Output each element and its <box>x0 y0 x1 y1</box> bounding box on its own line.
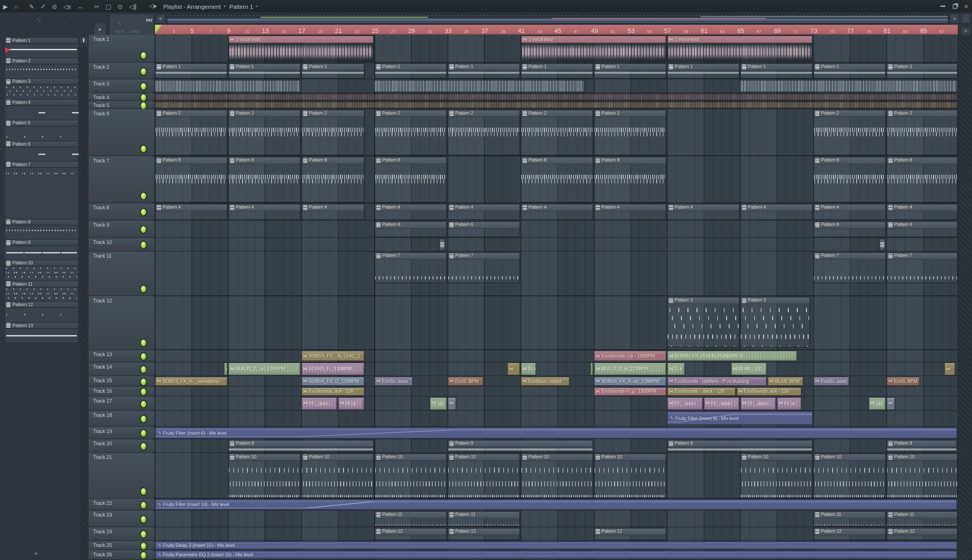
pattern-clip-header[interactable]: Pattern 7 <box>375 252 447 259</box>
pattern-clip-header[interactable]: Pattern 2 <box>302 110 364 117</box>
pattern-clip-header[interactable]: Pattern 1 <box>595 63 666 70</box>
audio-clip[interactable]: ⋈ <box>944 362 955 375</box>
pattern-clip[interactable]: Pattern 8 <box>228 157 301 202</box>
pattern-clip[interactable]: Pattern 1 <box>887 63 958 78</box>
track-header[interactable]: Track 4 <box>89 93 154 100</box>
pattern-clip[interactable]: Pattern 2 <box>301 109 365 155</box>
pattern-clip-header[interactable]: Pattern 4 <box>741 204 812 211</box>
track-enable-led[interactable] <box>141 146 146 152</box>
pattern-clip[interactable]: Pattern 4 <box>228 203 301 220</box>
pattern-clip-header[interactable]: Pattern 4 <box>595 204 666 211</box>
pattern-clip[interactable]: Pattern 10 <box>521 453 593 498</box>
pattern-clip[interactable]: Pattern 12 <box>887 527 958 540</box>
playlist-lane[interactable]: Pattern 10Pattern 10Pattern 10Pattern 10… <box>155 453 958 499</box>
pattern-clip[interactable]: Pattern 9 <box>667 440 813 452</box>
pattern-clip[interactable]: Pattern 1 <box>374 63 447 78</box>
pattern-clip[interactable]: Pattern 10 <box>301 453 374 498</box>
track-enable-led[interactable] <box>141 443 146 450</box>
pattern-preview[interactable] <box>4 85 79 99</box>
audio-clip[interactable]: ⋈S..s <box>521 362 536 375</box>
track-header[interactable]: Track 23... <box>89 510 154 527</box>
pattern-clip[interactable]: Pattern 1 <box>228 63 301 78</box>
pattern-clip[interactable]: Pattern 10 <box>887 453 958 498</box>
pattern-clip-header[interactable]: Pattern 8 <box>595 157 666 164</box>
playlist-lane[interactable]: Pattern 1Pattern 1Pattern 1Pattern 1Patt… <box>155 62 958 79</box>
pattern-clip-header[interactable]: Pattern 1 <box>448 63 520 70</box>
audio-stripes-clip[interactable] <box>374 80 584 92</box>
mute-icon[interactable]: ◁x <box>64 3 71 10</box>
pattern-clip-header[interactable]: Pattern 2 <box>448 110 520 117</box>
draw-icon[interactable]: ✎ <box>29 3 34 10</box>
playlist-lane[interactable]: Pattern 2Pattern 2Pattern 2Pattern 2Patt… <box>155 109 958 156</box>
pattern-preview[interactable] <box>4 65 79 78</box>
minimize-button[interactable] <box>940 6 945 7</box>
audio-clip[interactable]: ⋈ <box>887 397 895 410</box>
pattern-item-header[interactable]: Pattern 1 <box>4 37 79 44</box>
pattern-clip-header[interactable]: Pattern 6 <box>814 222 885 228</box>
audio-clip-header[interactable]: ⋈1 Vocal lead <box>668 36 812 43</box>
pattern-clip-header[interactable]: Pattern 4 <box>156 204 227 211</box>
pattern-clip[interactable]: Pattern 2 <box>155 109 228 155</box>
audio-clip[interactable]: ⋈EvoSounds..Up - 130BPM <box>594 351 666 361</box>
pattern-clip[interactable]: Pattern 6 <box>448 221 520 237</box>
pattern-clip[interactable]: Pattern 1 <box>448 63 520 78</box>
pattern-clip-header[interactable]: Pattern 11 <box>375 512 447 518</box>
minimap-options-button[interactable]: · <box>961 13 971 23</box>
playlist-lane[interactable]: Pattern 4Pattern 4Pattern 4Pattern 4Patt… <box>155 203 958 221</box>
pattern-clip-header[interactable]: Pattern 2 <box>887 110 957 117</box>
pattern-preview[interactable] <box>4 168 79 218</box>
pattern-clip[interactable]: Pattern 11 <box>887 511 958 527</box>
track-header[interactable]: Track 9... <box>89 221 154 237</box>
audio-clip-header[interactable]: ⋈1 Vocal lead <box>229 36 373 43</box>
track-header[interactable]: Track 16 <box>89 387 154 396</box>
pattern-clip[interactable]: Pattern 9 <box>228 440 374 452</box>
audio-stripes-clip[interactable] <box>740 80 957 92</box>
pattern-clip-header[interactable]: Pattern 1 <box>741 63 812 70</box>
pattern-item-header[interactable]: Pattern 4 <box>4 99 79 106</box>
track-header[interactable]: Track 22 <box>89 499 154 510</box>
pattern-clip[interactable]: Pattern 2 <box>521 109 593 155</box>
pattern-clip-header[interactable]: Pattern 1 <box>521 63 592 70</box>
playlist-lane[interactable]: ∿Fruity Filter (Insert 9) - Mix level <box>155 411 958 427</box>
pattern-clip-header[interactable]: Pattern 4 <box>887 204 957 211</box>
playback-icon[interactable]: ◁∥ <box>129 3 137 10</box>
pattern-clip[interactable]: Pattern 1 <box>301 63 365 78</box>
pattern-preview[interactable] <box>4 287 79 301</box>
audio-stripes-clip[interactable] <box>155 80 301 92</box>
pattern-clip[interactable]: Pattern 10 <box>374 453 447 498</box>
pattern-clip-header[interactable]: Pattern 2 <box>521 110 592 117</box>
audio-clip[interactable]: ⋈S..s <box>667 362 685 375</box>
pattern-clip[interactable]: Pattern 7 <box>813 252 886 283</box>
pattern-clip-header[interactable]: Pattern 3 <box>741 297 809 304</box>
zoom-icon[interactable]: ⊙ <box>118 3 123 10</box>
automation-clip[interactable]: ∿Fruity Filter (Insert 6) - Mix level <box>155 427 957 438</box>
track-enable-led[interactable] <box>141 193 146 199</box>
vertical-scrollbar[interactable] <box>958 35 972 560</box>
pattern-clip-header[interactable]: Pattern 12 <box>448 528 520 535</box>
track-header[interactable]: Track 12 <box>89 296 154 350</box>
track-enable-led[interactable] <box>141 378 146 385</box>
automation-clip[interactable]: ∿Fruity Filter (Insert 9) - Mix level <box>667 411 813 425</box>
pattern-clip-header[interactable]: Pattern 4 <box>302 204 364 211</box>
scroll-right-button[interactable]: > <box>950 13 960 23</box>
pattern-clip[interactable]: Pattern 2 <box>228 109 301 155</box>
pattern-clip[interactable]: Pattern 8 <box>155 157 228 202</box>
audio-clip[interactable]: ⋈SOBV4_FX..G_129BPM <box>301 376 365 386</box>
pattern-clip[interactable]: Pattern 4 <box>887 203 958 220</box>
pattern-preview[interactable] <box>4 308 79 322</box>
audio-clip[interactable]: ⋈BLA..IT_2_..ai_129BPM <box>228 362 301 375</box>
pattern-clip-header[interactable]: Pattern 8 <box>229 157 300 164</box>
arrangement-grid[interactable]: ⋈1 Vocal lead⋈1 Vocal lead⋈1 Vocal leadP… <box>155 35 958 560</box>
pattern-clip[interactable]: Pattern 10 <box>740 453 813 498</box>
track-header[interactable]: Track 24... <box>89 527 154 540</box>
playlist-lane[interactable]: ⋈SOBV3_FX_H.._sensations⋈SOBV4_FX..G_129… <box>155 376 958 387</box>
pattern-clip-header[interactable]: Pattern 8 <box>521 157 592 164</box>
pattern-clip[interactable]: Pattern 8 <box>887 157 958 202</box>
pattern-preview[interactable] <box>4 44 79 58</box>
audio-clip[interactable]: ⋈BLAN.._13 <box>731 362 767 375</box>
track-header[interactable]: Track 13 <box>89 350 154 362</box>
audio-clip[interactable]: ⋈..m <box>429 397 447 410</box>
delete-icon[interactable]: ⊘ <box>52 3 57 10</box>
pattern-clip[interactable]: Pattern 11 <box>813 511 886 527</box>
audio-stripes-clip[interactable] <box>155 93 957 100</box>
